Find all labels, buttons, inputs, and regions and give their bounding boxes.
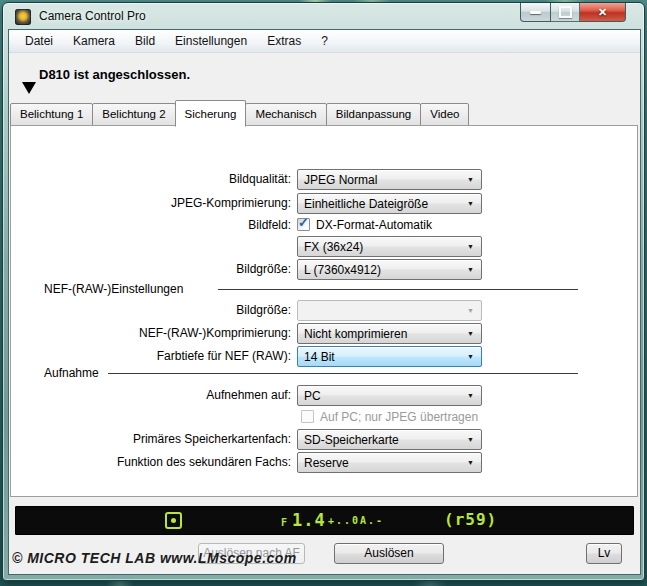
minimize-icon xyxy=(530,11,541,14)
aufnehmen-auf-label: Aufnehmen auf: xyxy=(11,388,291,402)
camera-lcd-display: F 1.4 +..0A.- (r59) xyxy=(15,506,634,535)
maximize-button[interactable] xyxy=(551,3,580,22)
chevron-down-icon: ▼ xyxy=(467,243,474,251)
buffer-count: (r59) xyxy=(444,510,497,529)
sekundaeres-fach-dropdown[interactable]: Reserve ▼ xyxy=(297,452,482,473)
bildgroesse-value: L (7360x4912) xyxy=(304,263,381,277)
chevron-down-icon: ▼ xyxy=(467,200,474,208)
tab-strip: Belichtung 1 Belichtung 2 Sicherung Mech… xyxy=(10,104,468,126)
farbtiefe-label: Farbtiefe für NEF (RAW): xyxy=(11,349,291,363)
bildgroesse-dropdown[interactable]: L (7360x4912) ▼ xyxy=(297,259,482,280)
window-controls: ✕ xyxy=(520,3,626,22)
auf-pc-jpeg-checkbox-label: Auf PC; nur JPEG übertragen xyxy=(320,410,478,424)
lv-button[interactable]: Lv xyxy=(586,543,622,564)
aufnahme-section-label: Aufnahme xyxy=(44,366,99,380)
chevron-down-icon: ▼ xyxy=(467,307,474,315)
tab-bildanpassung[interactable]: Bildanpassung xyxy=(326,103,421,126)
sekundaeres-fach-value: Reserve xyxy=(304,456,349,470)
primaeres-fach-dropdown[interactable]: SD-Speicherkarte ▼ xyxy=(297,429,482,450)
chevron-down-icon: ▼ xyxy=(467,436,474,444)
chevron-down-icon: ▼ xyxy=(467,330,474,338)
chevron-down-icon: ▼ xyxy=(467,266,474,274)
sicherung-panel: Bildqualität: JPEG Normal ▼ JPEG-Komprim… xyxy=(10,125,638,497)
field-auf-pc-jpeg: Auf PC; nur JPEG übertragen xyxy=(301,410,601,425)
branding-text: © MICRO TECH LAB www.LMscope.com xyxy=(12,550,297,566)
close-button[interactable]: ✕ xyxy=(580,3,626,22)
format-dropdown[interactable]: FX (36x24) ▼ xyxy=(297,236,482,257)
chevron-down-icon: ▼ xyxy=(467,176,474,184)
bildqualitaet-dropdown[interactable]: JPEG Normal ▼ xyxy=(297,169,482,190)
bildfeld-label: Bildfeld: xyxy=(11,218,291,232)
app-window: Camera Control Pro ✕ Datei Kamera Bild E… xyxy=(2,2,645,581)
maximize-icon xyxy=(559,6,572,18)
app-icon xyxy=(15,9,31,25)
bildqualitaet-label: Bildqualität: xyxy=(11,172,291,186)
nef-bildgroesse-dropdown: ▼ xyxy=(297,300,482,321)
menu-datei[interactable]: Datei xyxy=(15,32,63,50)
ausloesen-button[interactable]: Auslösen xyxy=(334,543,444,564)
matrix-metering-icon xyxy=(165,512,182,529)
jpeg-komprimierung-value: Einheitliche Dateigröße xyxy=(304,197,428,211)
jpeg-komprimierung-label: JPEG-Komprimierung: xyxy=(11,196,291,210)
client-area: Datei Kamera Bild Einstellungen Extras ?… xyxy=(9,30,640,574)
menu-extras[interactable]: Extras xyxy=(257,32,311,50)
farbtiefe-value: 14 Bit xyxy=(304,350,335,364)
primaeres-fach-label: Primäres Speicherkartenfach: xyxy=(11,432,291,446)
nef-komprimierung-value: Nicht komprimieren xyxy=(304,327,407,341)
dx-format-checkbox-label: DX-Format-Automatik xyxy=(316,218,432,232)
menu-kamera[interactable]: Kamera xyxy=(63,32,125,50)
sekundaeres-fach-label: Funktion des sekundären Fachs: xyxy=(11,455,291,469)
menu-help[interactable]: ? xyxy=(311,32,338,50)
aperture-prefix: F xyxy=(281,517,287,528)
menu-bild[interactable]: Bild xyxy=(125,32,165,50)
window-title: Camera Control Pro xyxy=(39,9,146,23)
check-icon: ✓ xyxy=(298,215,309,230)
tab-video[interactable]: Video xyxy=(420,103,469,126)
chevron-down-icon: ▼ xyxy=(467,392,474,400)
primaeres-fach-value: SD-Speicherkarte xyxy=(304,433,399,447)
close-icon: ✕ xyxy=(598,6,607,19)
dx-format-checkbox[interactable]: ✓ xyxy=(297,218,310,231)
aufnehmen-auf-dropdown[interactable]: PC ▼ xyxy=(297,385,482,406)
nef-bildgroesse-label: Bildgröße: xyxy=(11,303,291,317)
bildqualitaet-value: JPEG Normal xyxy=(304,173,377,187)
nef-komprimierung-dropdown[interactable]: Nicht komprimieren ▼ xyxy=(297,323,482,344)
minimize-button[interactable] xyxy=(520,3,551,22)
triangle-marker-icon[interactable] xyxy=(22,82,36,94)
menu-einstellungen[interactable]: Einstellungen xyxy=(165,32,257,50)
aufnehmen-auf-value: PC xyxy=(304,389,321,403)
tab-mechanisch[interactable]: Mechanisch xyxy=(245,103,326,126)
format-value: FX (36x24) xyxy=(304,240,363,254)
title-bar[interactable]: Camera Control Pro ✕ xyxy=(3,3,644,30)
aperture-value: 1.4 xyxy=(292,510,326,530)
nef-section-label: NEF-(RAW-)Einstellungen xyxy=(44,282,183,296)
chevron-down-icon: ▼ xyxy=(467,353,474,361)
tab-sicherung[interactable]: Sicherung xyxy=(175,100,247,127)
exposure-meter-scale: +..0A.- xyxy=(328,515,384,526)
farbtiefe-dropdown[interactable]: 14 Bit ▼ xyxy=(297,346,482,367)
chevron-down-icon: ▼ xyxy=(467,459,474,467)
tab-belichtung-1[interactable]: Belichtung 1 xyxy=(10,103,93,126)
nef-section-divider xyxy=(218,289,578,290)
tab-belichtung-2[interactable]: Belichtung 2 xyxy=(92,103,175,126)
aufnahme-section-divider xyxy=(108,373,578,374)
connection-status: D810 ist angeschlossen. xyxy=(39,67,190,82)
jpeg-komprimierung-dropdown[interactable]: Einheitliche Dateigröße ▼ xyxy=(297,193,482,214)
bildgroesse-label: Bildgröße: xyxy=(11,262,291,276)
auf-pc-jpeg-checkbox xyxy=(301,410,314,423)
menu-bar: Datei Kamera Bild Einstellungen Extras ? xyxy=(9,30,640,53)
nef-komprimierung-label: NEF-(RAW-)Komprimierung: xyxy=(11,326,291,340)
